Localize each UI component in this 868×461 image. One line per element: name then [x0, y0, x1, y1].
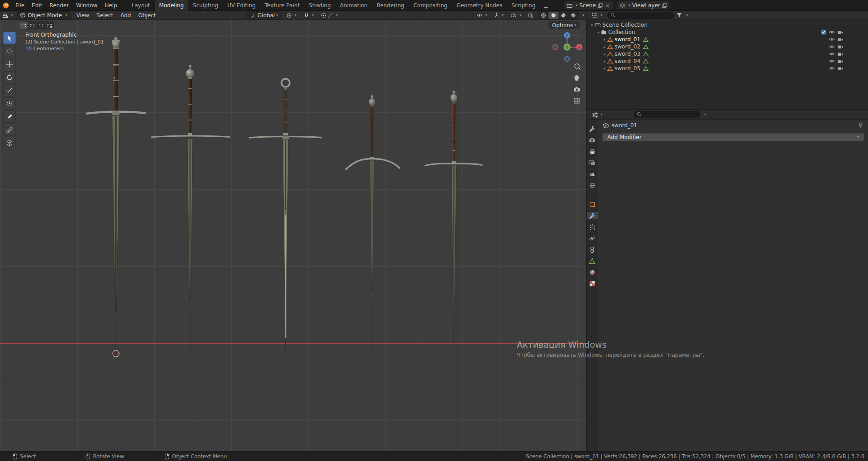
properties-editor-type-button[interactable]: ▾	[589, 110, 605, 119]
shading-solid-button[interactable]	[548, 12, 558, 19]
ortho-toggle-button[interactable]	[574, 98, 579, 103]
expander-icon[interactable]: ▾	[589, 23, 595, 27]
camera-visibility-icon[interactable]	[837, 59, 844, 63]
camera-visibility-icon[interactable]	[837, 44, 844, 49]
hide-eye-icon[interactable]	[829, 52, 835, 56]
tab-render[interactable]	[587, 136, 598, 144]
menu-file[interactable]: File	[12, 0, 28, 11]
outliner-search-input[interactable]	[617, 12, 671, 19]
tab-shading[interactable]: Shading	[304, 0, 335, 11]
transform-tool[interactable]	[3, 97, 16, 110]
filter-funnel-icon[interactable]	[677, 13, 682, 18]
tab-view-layer[interactable]	[587, 159, 598, 166]
tab-particles[interactable]	[587, 223, 598, 230]
select-mode-extend-button[interactable]: +	[28, 22, 36, 29]
tab-geometry-nodes[interactable]: Geometry Nodes	[452, 0, 507, 11]
unlink-scene-icon[interactable]: ×	[605, 3, 610, 9]
tab-layout[interactable]: Layout	[127, 0, 155, 11]
expander-icon[interactable]: ▸	[602, 38, 607, 42]
scene-selector[interactable]: ▾ Scene ×	[564, 1, 613, 10]
select-mode-subtract-button[interactable]: −	[37, 22, 45, 29]
tab-uv-editing[interactable]: UV Editing	[223, 0, 260, 11]
pan-hand-button[interactable]	[575, 75, 579, 81]
tab-object[interactable]	[587, 201, 598, 208]
move-tool[interactable]	[3, 58, 16, 70]
visibility-dropdown[interactable]: ▾	[474, 11, 489, 20]
sword-03-model[interactable]	[249, 79, 322, 351]
shading-material-button[interactable]	[558, 12, 568, 19]
measure-tool[interactable]	[3, 124, 16, 136]
expander-icon[interactable]: ▸	[602, 67, 607, 71]
camera-visibility-icon[interactable]	[837, 66, 844, 71]
menu-object[interactable]: Object	[134, 10, 159, 21]
properties-search-input[interactable]	[644, 111, 697, 118]
camera-visibility-icon[interactable]	[837, 37, 844, 42]
zoom-button[interactable]	[575, 64, 581, 70]
add-modifier-button[interactable]: Add Modifier ▾	[602, 133, 864, 141]
tab-material[interactable]	[587, 269, 598, 276]
hide-eye-icon[interactable]	[829, 30, 835, 34]
outliner-item-sword-03[interactable]: ▸ sword_03	[587, 50, 868, 58]
shading-rendered-button[interactable]	[568, 12, 578, 19]
exclude-checkbox[interactable]	[821, 29, 826, 35]
outliner-item-sword-04[interactable]: ▸ sword_04	[587, 58, 868, 65]
sword-04-model[interactable]	[345, 94, 400, 349]
tab-animation[interactable]: Animation	[335, 0, 372, 11]
tab-object-data[interactable]	[587, 257, 598, 264]
menu-edit[interactable]: Edit	[28, 0, 46, 11]
pin-icon[interactable]	[858, 122, 863, 129]
camera-visibility-icon[interactable]	[837, 30, 844, 34]
scale-tool[interactable]	[3, 84, 16, 96]
outliner-row-scene-collection[interactable]: ▾ Scene Collection	[587, 21, 868, 29]
outliner-item-sword-02[interactable]: ▸ sword_02	[587, 43, 868, 50]
tab-constraints[interactable]	[587, 246, 598, 253]
select-box-tool[interactable]	[3, 32, 16, 44]
hide-eye-icon[interactable]	[829, 59, 835, 63]
expander-icon[interactable]: ▸	[602, 45, 607, 49]
tab-modifiers[interactable]	[587, 212, 598, 219]
shading-wireframe-button[interactable]	[539, 12, 548, 19]
editor-type-button[interactable]: ▾	[0, 11, 15, 20]
tab-rendering[interactable]: Rendering	[372, 0, 409, 11]
tab-physics[interactable]	[587, 235, 598, 242]
select-mode-set-button[interactable]	[19, 22, 28, 29]
menu-view[interactable]: View	[73, 10, 93, 21]
outliner-search[interactable]	[607, 12, 674, 19]
viewlayer-selector[interactable]: ▾ ViewLayer	[617, 1, 670, 10]
tab-scripting[interactable]: Scripting	[507, 0, 540, 11]
hide-eye-icon[interactable]	[829, 37, 835, 42]
tab-compositing[interactable]: Compositing	[409, 0, 452, 11]
tab-modeling[interactable]: Modeling	[155, 0, 189, 11]
camera-visibility-icon[interactable]	[837, 52, 844, 56]
cursor-tool[interactable]	[3, 45, 16, 57]
menu-render[interactable]: Render	[46, 0, 72, 11]
sword-05-model[interactable]	[424, 91, 482, 349]
view-axis-gizmo[interactable]: Z X Y	[553, 32, 583, 62]
hide-eye-icon[interactable]	[829, 44, 835, 49]
outliner-row-collection[interactable]: ▾ Collection	[587, 29, 868, 36]
gizmos-dropdown[interactable]: ▾	[491, 11, 506, 20]
annotate-tool[interactable]	[3, 110, 16, 123]
tab-tool[interactable]	[587, 125, 598, 132]
menu-window[interactable]: Window	[72, 0, 101, 11]
outliner-item-sword-01[interactable]: ▸ sword_01	[587, 36, 868, 43]
expander-icon[interactable]: ▸	[602, 52, 607, 56]
orientation-select[interactable]: Global ▾	[247, 11, 281, 19]
viewport-3d[interactable]: + − ∗ Options ▾ Front Orthographic (2) S…	[0, 20, 587, 451]
tab-texture-paint[interactable]: Texture Paint	[260, 0, 304, 11]
overlays-dropdown[interactable]: ▾	[508, 11, 524, 20]
menu-select[interactable]: Select	[93, 10, 117, 21]
pivot-point-button[interactable]: ▾	[284, 11, 299, 20]
menu-help[interactable]: Help	[101, 0, 120, 11]
add-workspace-button[interactable]: +	[540, 5, 552, 11]
sword-01-model[interactable]	[86, 37, 146, 350]
tab-texture[interactable]	[587, 280, 598, 287]
properties-search[interactable]	[634, 111, 700, 118]
axis-z-neg-handle[interactable]	[565, 57, 570, 62]
snap-toggle-button[interactable]: ▾	[301, 11, 316, 20]
menu-add[interactable]: Add	[117, 10, 134, 21]
xray-toggle[interactable]	[526, 11, 536, 20]
expander-icon[interactable]: ▸	[602, 59, 607, 63]
tab-scene[interactable]	[587, 170, 598, 178]
camera-view-button[interactable]	[574, 87, 580, 91]
